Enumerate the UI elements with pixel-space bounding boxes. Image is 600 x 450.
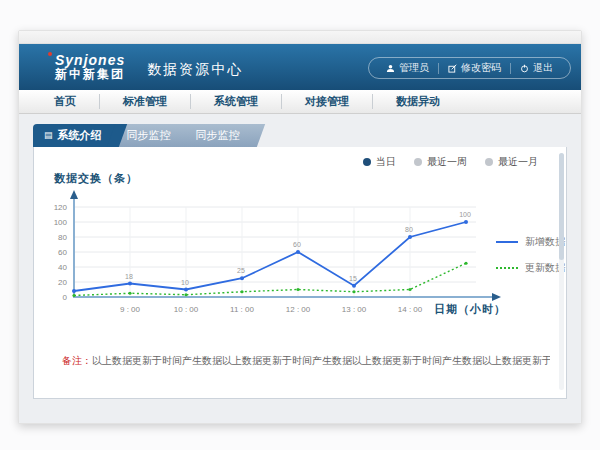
logout-label: 退出 <box>533 61 553 75</box>
data-point <box>352 290 355 293</box>
y-axis-title: 数据交换（条） <box>54 171 138 186</box>
document-icon: ▤ <box>44 131 53 140</box>
main-nav: 首页标准管理系统管理对接管理数据异动 <box>19 90 581 114</box>
current-user-button[interactable]: 管理员 <box>377 61 438 75</box>
radio-option-0[interactable]: 当日 <box>363 155 396 169</box>
window-top-strip <box>19 31 581 44</box>
x-tick-label: 10 : 00 <box>174 305 199 314</box>
tab-1[interactable]: 同步监控 <box>116 124 187 147</box>
data-point-label: 80 <box>405 226 413 233</box>
x-axis-arrow-icon <box>492 293 501 301</box>
panel-scrollbar[interactable] <box>559 153 564 390</box>
radio-label: 当日 <box>376 155 396 169</box>
radio-dot-icon <box>485 158 493 166</box>
data-point-label: 25 <box>237 267 245 274</box>
data-point <box>128 292 131 295</box>
radio-dot-icon <box>363 158 371 166</box>
radio-dot-icon <box>414 158 422 166</box>
data-point <box>352 284 356 288</box>
logo-red-dot-icon <box>48 52 52 56</box>
logo-company-name: 新中新集团 <box>55 68 125 81</box>
app-window: Synjones 新中新集团 数据资源中心 管理员 修改密码 <box>18 30 582 424</box>
current-user-label: 管理员 <box>399 61 429 75</box>
data-point <box>240 276 244 280</box>
data-point <box>72 289 76 293</box>
data-point <box>296 288 299 291</box>
footnote: 备注：以上数据更新于时间产生数据以上数据更新于时间产生数据以上数据更新于时间产生… <box>62 354 550 368</box>
logout-button[interactable]: 退出 <box>511 61 562 75</box>
x-tick-label: 13 : 00 <box>342 305 367 314</box>
data-point-label: 10 <box>181 279 189 286</box>
content-panel: 当日最近一周最近一月 数据交换（条） 0204060801001209 : 00… <box>33 147 567 399</box>
y-tick-label: 120 <box>54 203 68 212</box>
legend-line-sample <box>496 267 518 269</box>
y-tick-label: 80 <box>58 233 67 242</box>
app-header: Synjones 新中新集团 数据资源中心 管理员 修改密码 <box>19 44 581 90</box>
y-axis-arrow-icon <box>70 190 78 199</box>
nav-item-3[interactable]: 对接管理 <box>282 94 373 109</box>
user-controls: 管理员 修改密码 退出 <box>368 57 571 79</box>
y-tick-label: 40 <box>58 263 67 272</box>
y-tick-label: 20 <box>58 278 67 287</box>
footnote-prefix: 备注： <box>62 355 92 366</box>
data-point-label: 100 <box>459 211 471 218</box>
data-point-label: 18 <box>125 273 133 280</box>
data-point <box>408 235 412 239</box>
nav-item-0[interactable]: 首页 <box>31 94 100 109</box>
radio-label: 最近一周 <box>427 155 467 169</box>
legend-line-sample <box>496 241 518 243</box>
radio-option-1[interactable]: 最近一周 <box>414 155 467 169</box>
chart-legend: 新增数据更新数据 <box>496 235 565 275</box>
y-tick-label: 100 <box>54 218 68 227</box>
app-title: 数据资源中心 <box>147 55 243 79</box>
tab-2[interactable]: 同步监控 <box>185 124 256 147</box>
data-point <box>464 220 468 224</box>
data-point <box>240 290 243 293</box>
x-tick-label: 14 : 00 <box>398 305 423 314</box>
nav-item-1[interactable]: 标准管理 <box>100 94 191 109</box>
data-point-label: 60 <box>293 241 301 248</box>
tab-bar: ▤系统介绍同步监控同步监控 <box>19 114 581 147</box>
footnote-text: 以上数据更新于时间产生数据以上数据更新于时间产生数据以上数据更新于时间产生数据以… <box>92 355 550 366</box>
data-point-label: 15 <box>349 275 357 282</box>
radio-option-2[interactable]: 最近一月 <box>485 155 538 169</box>
power-icon <box>520 64 529 73</box>
nav-item-2[interactable]: 系统管理 <box>191 94 282 109</box>
data-point <box>184 293 187 296</box>
data-point <box>72 294 75 297</box>
x-axis-title: 日期（小时） <box>434 303 506 316</box>
radio-label: 最近一月 <box>498 155 538 169</box>
edit-icon <box>448 64 457 73</box>
x-tick-label: 12 : 00 <box>286 305 311 314</box>
legend-item-0: 新增数据 <box>496 235 565 249</box>
logo-wordmark: Synjones <box>55 53 125 68</box>
data-point <box>408 288 411 291</box>
tab-label: 同步监控 <box>127 124 171 147</box>
x-tick-label: 9 : 00 <box>120 305 141 314</box>
nav-item-4[interactable]: 数据异动 <box>373 94 463 109</box>
scrollbar-thumb[interactable] <box>559 153 564 260</box>
data-point <box>128 282 132 286</box>
tab-label: 同步监控 <box>196 124 240 147</box>
data-point <box>464 262 467 265</box>
data-point <box>296 250 300 254</box>
range-filter: 当日最近一周最近一月 <box>363 155 538 169</box>
y-tick-label: 60 <box>58 248 67 257</box>
x-tick-label: 11 : 00 <box>230 305 254 314</box>
y-tick-label: 0 <box>63 293 68 302</box>
logo: Synjones 新中新集团 <box>55 53 125 80</box>
tab-label: 系统介绍 <box>58 124 102 147</box>
tab-0[interactable]: ▤系统介绍 <box>33 124 118 147</box>
content-area: ▤系统介绍同步监控同步监控 当日最近一周最近一月 数据交换（条） 0204060… <box>19 114 581 424</box>
change-password-label: 修改密码 <box>461 61 501 75</box>
legend-item-1: 更新数据 <box>496 261 565 275</box>
user-icon <box>386 64 395 73</box>
change-password-button[interactable]: 修改密码 <box>439 61 510 75</box>
line-chart: 0204060801001209 : 0010 : 0011 : 0012 : … <box>44 185 544 335</box>
data-point <box>184 288 188 292</box>
